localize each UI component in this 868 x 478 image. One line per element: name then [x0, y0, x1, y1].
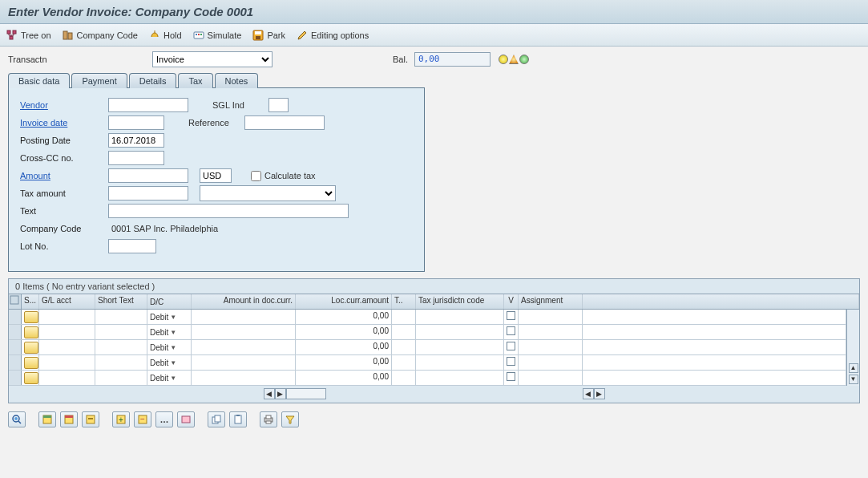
chevron-down-icon[interactable]: ▼ — [170, 314, 176, 321]
transaction-select[interactable]: Invoice — [152, 51, 273, 67]
col-amount-doc[interactable]: Amount in doc.curr. — [192, 294, 296, 309]
scroll-right-icon[interactable]: ▶ — [594, 388, 605, 399]
cell-tax-jurisdiction[interactable] — [416, 371, 504, 385]
reference-field[interactable] — [244, 115, 325, 130]
paste-button[interactable] — [229, 411, 247, 427]
cell-v[interactable] — [504, 340, 519, 354]
deselect-all-button[interactable] — [60, 411, 78, 427]
cell-assignment[interactable] — [519, 371, 583, 385]
cell-loc-amount[interactable]: 0,00 — [296, 340, 392, 354]
cell-short-text[interactable] — [95, 355, 147, 370]
posting-date-field[interactable] — [108, 133, 164, 148]
cell-t[interactable] — [392, 340, 416, 354]
checkbox-icon[interactable] — [507, 342, 515, 350]
cell-amount[interactable] — [192, 340, 296, 354]
col-gl-acct[interactable]: G/L acct — [39, 294, 95, 309]
cross-cc-field[interactable] — [108, 151, 164, 165]
col-dc[interactable]: D/C — [147, 294, 192, 309]
cell-assignment[interactable] — [519, 325, 583, 339]
checkbox-icon[interactable] — [507, 326, 515, 335]
tax-code-select[interactable] — [200, 185, 336, 201]
cell-gl-acct[interactable] — [39, 340, 95, 354]
more-button[interactable]: … — [155, 411, 173, 427]
cell-loc-amount[interactable]: 0,00 — [296, 371, 392, 385]
col-status[interactable]: S... — [22, 294, 39, 309]
cell-t[interactable] — [392, 310, 416, 324]
tree-on-button[interactable]: Tree on — [6, 30, 51, 41]
cell-status[interactable] — [22, 371, 39, 385]
lot-no-field[interactable] — [108, 239, 156, 253]
sort-button[interactable] — [177, 411, 195, 427]
cell-loc-amount[interactable]: 0,00 — [296, 355, 392, 370]
calculate-tax-checkbox[interactable] — [251, 171, 261, 181]
invoice-date-label[interactable]: Invoice date — [20, 118, 108, 128]
cell-amount[interactable] — [192, 325, 296, 339]
col-short-text[interactable]: Short Text — [95, 294, 147, 309]
col-t[interactable]: T.. — [392, 294, 416, 309]
grid-h-scroll-right[interactable]: ◀ ▶ — [583, 388, 605, 399]
print-button[interactable] — [260, 411, 277, 427]
col-v[interactable]: V — [504, 294, 519, 309]
cell-v[interactable] — [504, 355, 519, 370]
cell-amount[interactable] — [192, 355, 296, 370]
cell-v[interactable] — [504, 325, 519, 339]
cell-t[interactable] — [392, 355, 416, 370]
tab-notes[interactable]: Notes — [215, 73, 259, 88]
checkbox-icon[interactable] — [507, 357, 515, 366]
editing-options-button[interactable]: Editing options — [297, 30, 369, 41]
scroll-right-icon[interactable]: ▶ — [275, 388, 286, 399]
chevron-down-icon[interactable]: ▼ — [170, 375, 176, 382]
cell-loc-amount[interactable]: 0,00 — [296, 310, 392, 324]
scroll-left-icon[interactable]: ◀ — [264, 388, 275, 399]
col-tax-jurisdiction[interactable]: Tax jurisdictn code — [416, 294, 504, 309]
cell-tax-jurisdiction[interactable] — [416, 325, 504, 339]
cell-status[interactable] — [22, 310, 39, 324]
select-all-header[interactable] — [9, 294, 22, 309]
chevron-down-icon[interactable]: ▼ — [170, 359, 176, 367]
sgl-ind-field[interactable] — [268, 98, 289, 112]
cell-short-text[interactable] — [95, 371, 147, 385]
cell-gl-acct[interactable] — [39, 371, 95, 385]
cell-dc[interactable]: Debit▼ — [147, 340, 192, 354]
grid-vertical-scrollbar[interactable]: ▲ ▼ — [846, 310, 859, 386]
select-all-button[interactable] — [38, 411, 56, 427]
vendor-field[interactable] — [108, 98, 188, 112]
cell-assignment[interactable] — [519, 355, 583, 370]
row-selector[interactable] — [9, 325, 22, 339]
cell-short-text[interactable] — [95, 340, 147, 354]
f4-help-icon[interactable] — [24, 311, 38, 323]
f4-help-icon[interactable] — [24, 342, 38, 354]
tab-tax[interactable]: Tax — [178, 73, 212, 88]
chevron-down-icon[interactable]: ▼ — [170, 344, 176, 351]
row-selector[interactable] — [9, 371, 22, 385]
chevron-down-icon[interactable]: ▼ — [170, 329, 176, 336]
grid-h-scroll-left[interactable]: ◀ ▶ — [264, 388, 326, 399]
currency-field[interactable] — [200, 168, 232, 183]
tab-payment[interactable]: Payment — [71, 73, 127, 88]
insert-row-button[interactable]: + — [112, 411, 130, 427]
cell-assignment[interactable] — [519, 310, 583, 324]
copy-button[interactable] — [82, 411, 99, 427]
invoice-date-field[interactable] — [108, 115, 164, 130]
cell-dc[interactable]: Debit▼ — [147, 371, 192, 385]
park-button[interactable]: Park — [252, 30, 285, 41]
cell-v[interactable] — [504, 310, 519, 324]
amount-label[interactable]: Amount — [20, 171, 108, 180]
row-selector[interactable] — [9, 355, 22, 370]
cell-status[interactable] — [22, 325, 39, 339]
tax-amount-field[interactable] — [108, 186, 188, 201]
scroll-down-icon[interactable]: ▼ — [849, 375, 858, 384]
cell-tax-jurisdiction[interactable] — [416, 310, 504, 324]
cell-v[interactable] — [504, 371, 519, 385]
cell-tax-jurisdiction[interactable] — [416, 340, 504, 354]
amount-field[interactable] — [108, 168, 188, 183]
cell-short-text[interactable] — [95, 325, 147, 339]
text-field[interactable] — [108, 204, 349, 218]
company-code-button[interactable]: Company Code — [63, 30, 138, 41]
cell-loc-amount[interactable]: 0,00 — [296, 325, 392, 339]
cell-amount[interactable] — [192, 371, 296, 385]
cell-status[interactable] — [22, 340, 39, 354]
delete-row-button[interactable]: − — [134, 411, 151, 427]
cell-dc[interactable]: Debit▼ — [147, 325, 192, 339]
scroll-up-icon[interactable]: ▲ — [849, 363, 858, 373]
